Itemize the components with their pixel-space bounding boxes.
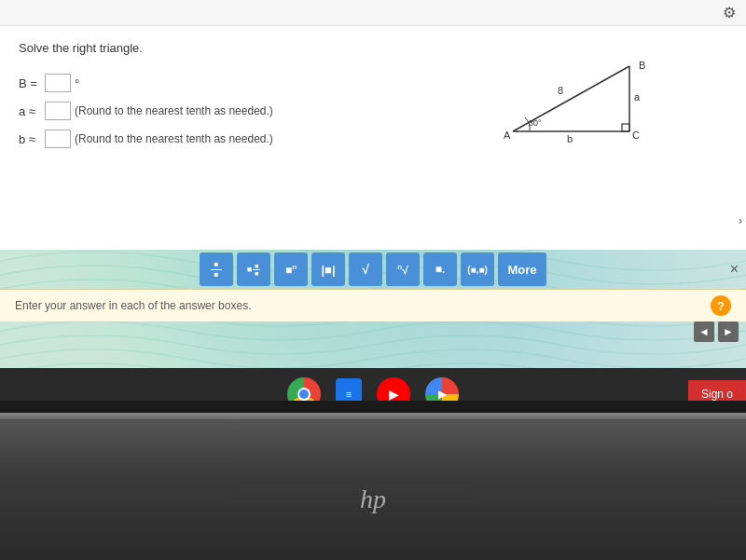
svg-text:C: C [632,130,640,141]
triangle-diagram: B A C 8 a b 30° [485,52,653,149]
ordered-pair-button[interactable]: (■,■) [461,253,494,286]
chrome-center [297,388,311,401]
decimal-button[interactable]: ■. [423,253,457,286]
label-B: B = [19,76,41,90]
top-bar: ⚙ [0,0,746,26]
play-symbol: ▶ [438,388,447,401]
superscript-icon: ■n [285,263,297,277]
math-toolbar: ■ ■ ■ ■ ■ ■n |■| √ [0,247,746,292]
laptop-base: hp [0,419,746,560]
content-area: Solve the right triangle. B A C 8 [0,26,746,250]
problem-instruction: Solve the right triangle. [19,41,143,55]
youtube-play: ▶ [389,387,399,402]
docs-symbol: ≡ [346,389,352,400]
svg-rect-3 [622,124,629,131]
svg-text:8: 8 [558,85,563,96]
hp-logo: hp [360,485,386,514]
decimal-icon: ■. [435,263,446,276]
mixed-number-button[interactable]: ■ ■ ■ [237,253,270,286]
docs-icon[interactable]: ≡ [336,378,362,402]
laptop-screen: ⚙ Solve the right triangle. B A [0,0,746,401]
status-message: Enter your answer in each of the answer … [15,299,251,312]
sqrt-icon: √ [362,262,369,277]
nroot-icon: n√ [397,263,408,277]
svg-text:30°: 30° [529,118,542,128]
more-button[interactable]: More [498,253,546,286]
nth-root-button[interactable]: n√ [386,253,420,286]
label-b: b ≈ [19,132,41,146]
close-toolbar-button[interactable]: × [730,261,739,278]
ordered-pair-icon: (■,■) [467,265,488,275]
fraction-button[interactable]: ■ ■ [200,253,233,286]
superscript-button[interactable]: ■n [274,253,308,286]
sqrt-button[interactable]: √ [349,253,382,286]
unit-degree: ° [75,76,79,90]
taskbar: ≡ ▶ ▶ [0,368,746,401]
google-play-icon[interactable]: ▶ [425,377,459,402]
note-a: (Round to the nearest tenth as needed.) [75,104,273,117]
sign-out-button[interactable]: Sign o [688,380,746,401]
fraction-icon: ■ ■ [211,261,222,279]
svg-text:b: b [567,133,573,144]
mixed-number-icon: ■ ■ ■ [247,263,260,277]
input-B[interactable] [45,74,71,92]
abs-icon: |■| [321,263,335,277]
scroll-indicator: › [739,214,742,227]
forward-arrow[interactable]: ► [718,321,739,342]
gear-icon[interactable]: ⚙ [720,4,739,22]
chrome-icon[interactable] [287,377,321,402]
status-bar: Enter your answer in each of the answer … [0,289,746,321]
navigation-arrows: ◄ ► [694,321,739,342]
youtube-icon[interactable]: ▶ [377,377,410,402]
back-arrow[interactable]: ◄ [694,321,714,342]
svg-text:A: A [504,130,511,141]
input-a[interactable] [45,102,71,120]
input-b[interactable] [45,130,71,148]
label-a: a ≈ [19,104,41,118]
absolute-value-button[interactable]: |■| [311,253,345,286]
note-b: (Round to the nearest tenth as needed.) [75,132,273,145]
svg-text:a: a [634,91,641,102]
svg-text:B: B [639,60,645,71]
help-button[interactable]: ? [711,295,731,316]
